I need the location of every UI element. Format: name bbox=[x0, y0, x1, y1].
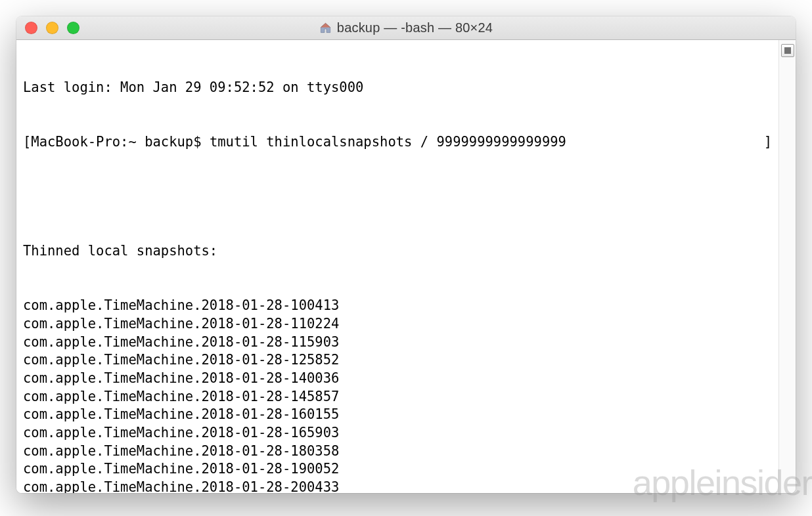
scrollbar-thumb-icon bbox=[784, 47, 791, 54]
snapshot-list: com.apple.TimeMachine.2018-01-28-100413c… bbox=[23, 297, 772, 493]
snapshot-item: com.apple.TimeMachine.2018-01-28-100413 bbox=[23, 297, 772, 315]
zoom-button[interactable] bbox=[67, 22, 79, 34]
minimize-button[interactable] bbox=[46, 22, 58, 34]
snapshot-item: com.apple.TimeMachine.2018-01-28-140036 bbox=[23, 370, 772, 388]
snapshot-item: com.apple.TimeMachine.2018-01-28-145857 bbox=[23, 388, 772, 406]
terminal-window: backup — -bash — 80×24 Last login: Mon J… bbox=[16, 16, 796, 493]
scrollbar[interactable] bbox=[778, 40, 796, 493]
snapshot-item: com.apple.TimeMachine.2018-01-28-125852 bbox=[23, 351, 772, 370]
title-center: backup — -bash — 80×24 bbox=[16, 20, 796, 35]
output-header: Thinned local snapshots: bbox=[23, 242, 772, 261]
snapshot-item: com.apple.TimeMachine.2018-01-28-115903 bbox=[23, 333, 772, 352]
snapshot-item: com.apple.TimeMachine.2018-01-28-180358 bbox=[23, 442, 772, 461]
home-icon bbox=[319, 22, 332, 34]
command-text: tmutil thinlocalsnapshots / 999999999999… bbox=[210, 133, 566, 152]
snapshot-item: com.apple.TimeMachine.2018-01-28-110224 bbox=[23, 315, 772, 333]
prompt: MacBook-Pro:~ backup$ bbox=[31, 133, 210, 152]
snapshot-item: com.apple.TimeMachine.2018-01-28-190052 bbox=[23, 460, 772, 479]
terminal-body: Last login: Mon Jan 29 09:52:52 on ttys0… bbox=[16, 40, 796, 493]
bracket-close: ] bbox=[566, 133, 772, 152]
snapshot-item: com.apple.TimeMachine.2018-01-28-160155 bbox=[23, 406, 772, 424]
snapshot-item: com.apple.TimeMachine.2018-01-28-165903 bbox=[23, 424, 772, 442]
snapshot-item: com.apple.TimeMachine.2018-01-28-200433 bbox=[23, 479, 772, 493]
scrollbar-thumb[interactable] bbox=[781, 44, 794, 57]
close-button[interactable] bbox=[25, 22, 37, 34]
bracket-open: [ bbox=[23, 133, 31, 152]
command-line: [MacBook-Pro:~ backup$ tmutil thinlocals… bbox=[23, 133, 772, 152]
blank-line bbox=[23, 188, 772, 206]
last-login-line: Last login: Mon Jan 29 09:52:52 on ttys0… bbox=[23, 79, 772, 97]
titlebar[interactable]: backup — -bash — 80×24 bbox=[16, 16, 796, 40]
terminal-content[interactable]: Last login: Mon Jan 29 09:52:52 on ttys0… bbox=[16, 40, 778, 493]
window-title: backup — -bash — 80×24 bbox=[337, 20, 493, 35]
traffic-lights bbox=[16, 22, 79, 34]
